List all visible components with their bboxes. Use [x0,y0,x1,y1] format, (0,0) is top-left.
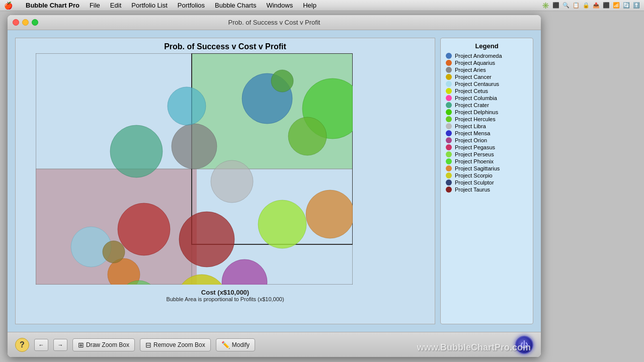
refresh-icon[interactable]: 🔄 [623,2,630,9]
legend-label: Project Pegasus [455,144,495,150]
legend-label: Project Orion [455,137,487,143]
help-button[interactable]: ? [15,338,29,352]
close-button[interactable] [13,19,19,26]
menu-windows[interactable]: Windows [261,1,298,10]
svg-point-18 [168,87,206,125]
menu-portfolios[interactable]: Portfolios [173,1,210,10]
x-axis-label: Cost (x$10,000) [16,289,435,296]
svg-point-26 [179,212,234,267]
system-icon-2[interactable]: 🔍 [562,2,570,9]
legend-item: Project Cancer [446,74,528,80]
zoom-icon: ⊞ [78,341,84,349]
legend-label: Project Aries [455,67,486,73]
legend-label: Project Phoenix [455,158,494,164]
legend-item: Project Crater [446,102,528,108]
legend-item: Project Taurus [446,187,528,193]
window-title: Prob. of Success v Cost v Profit [228,19,320,26]
spotlight-icon[interactable]: ✳️ [542,2,549,9]
nav-prev-button[interactable]: ← [34,339,48,351]
svg-point-23 [306,190,353,238]
svg-point-22 [258,200,306,248]
system-icon-3: 📋 [573,2,580,9]
legend-item: Project Sculptor [446,179,528,186]
legend-item: Project Orion [446,137,528,143]
legend-item: Project Columbia [446,95,528,101]
svg-point-32 [103,241,125,263]
legend-label: Project Sculptor [455,179,494,186]
legend-item: Project Libra [446,123,528,129]
legend-label: Project Perseus [455,151,494,157]
system-icon-5: 📤 [593,2,600,9]
legend-label: Project Cancer [455,74,492,80]
legend-dot [446,137,452,143]
svg-point-15 [110,125,163,177]
draw-zoom-button[interactable]: ⊞ Draw Zoom Box [72,338,135,351]
system-icon-4: 🔒 [583,2,590,9]
legend-label: Project Sagittarius [455,165,500,171]
legend-label: Project Andromeda [455,53,502,59]
legend-item: Project Mensa [446,130,528,136]
legend-dot [446,158,452,164]
legend-panel: Legend Project AndromedaProject Aquarius… [440,38,533,324]
minimize-button[interactable] [22,19,29,26]
menu-bubble-charts[interactable]: Bubble Charts [210,1,261,10]
legend-dot [446,151,452,157]
remove-zoom-button[interactable]: ⊟ Remove Zoom Box [140,338,211,351]
content-area: Prob. of Success v Cost v Profit 94 58.5… [8,30,541,332]
svg-point-17 [211,160,253,203]
legend-dot [446,123,452,129]
window-controls[interactable] [13,19,38,26]
legend-dot [446,130,452,136]
menu-portfolio-list[interactable]: Portfolio List [126,1,173,10]
legend-label: Project Crater [455,102,489,108]
legend-item: Project Hercules [446,116,528,122]
chart-subtitle: Bubble Area is proportional to Profits (… [16,296,435,302]
nav-next-button[interactable]: → [53,339,67,351]
menu-help[interactable]: Help [298,1,321,10]
legend-label: Project Centaurus [455,81,499,87]
legend-dot [446,179,452,186]
watermark: www.BubbleChartPro.com [417,342,531,353]
legend-items: Project AndromedaProject AquariusProject… [446,53,528,193]
svg-point-25 [118,203,170,255]
legend-dot [446,53,452,59]
maximize-button[interactable] [32,19,38,26]
legend-dot [446,165,452,171]
modify-button[interactable]: ✏️ Modify [216,338,255,351]
legend-label: Project Cetus [455,88,488,94]
legend-label: Project Aquarius [455,60,495,66]
legend-item: Project Perseus [446,151,528,157]
chart-container: Prob. of Success v Cost v Profit 94 58.5… [15,38,435,324]
legend-dot [446,67,452,73]
legend-dot [446,116,452,122]
legend-dot [446,172,452,178]
system-icon-1: ⬛ [552,2,559,9]
menu-app-name[interactable]: Bubble Chart Pro [21,1,85,10]
legend-dot [446,60,452,66]
menu-file[interactable]: File [85,1,105,10]
legend-label: Project Libra [455,123,486,129]
legend-dot [446,109,452,115]
legend-item: Project Cetus [446,88,528,94]
menu-edit[interactable]: Edit [105,1,126,10]
legend-dot [446,95,452,101]
legend-dot [446,74,452,80]
legend-item: Project Delphinus [446,109,528,115]
legend-item: Project Sagittarius [446,165,528,171]
svg-point-27 [222,259,267,285]
svg-point-19 [271,70,293,92]
legend-label: Project Taurus [455,187,490,193]
legend-label: Project Hercules [455,116,496,122]
legend-label: Project Scorpio [455,172,493,178]
legend-dot [446,102,452,108]
clock: ⬆️ [633,2,640,9]
legend-dot [446,81,452,87]
chart-bottom-label: Cost (x$10,000) Bubble Area is proportio… [16,287,435,302]
main-window: Prob. of Success v Cost v Profit Prob. o… [8,15,541,357]
legend-item: Project Aquarius [446,60,528,66]
legend-label: Project Columbia [455,95,497,101]
menubar: 🍎 Bubble Chart Pro File Edit Portfolio L… [0,0,644,11]
legend-label: Project Delphinus [455,109,498,115]
legend-dot [446,187,452,193]
bubble-chart: 94 58.5 23 25.8 51.4 77 [36,53,353,285]
